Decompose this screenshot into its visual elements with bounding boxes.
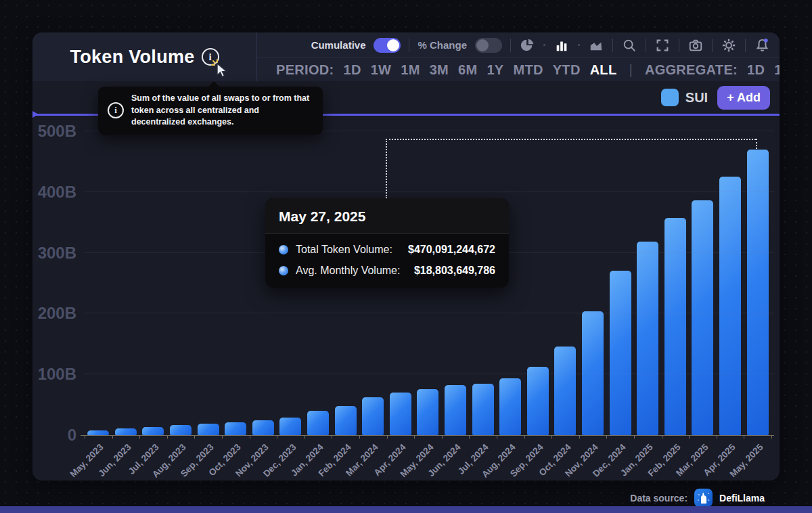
aggregate-group: AGGREGATE: 1D1W1M	[645, 62, 780, 78]
bar-jun-2023[interactable]	[115, 428, 137, 435]
bar-slot	[717, 131, 744, 435]
period-option-3m[interactable]: 3M	[430, 62, 449, 78]
tooltip-row-value: $470,091,244,672	[408, 244, 495, 256]
period-option-1d[interactable]: 1D	[343, 62, 361, 78]
y-axis-tick-label: 400B	[38, 183, 76, 202]
crosshair-line	[756, 139, 757, 149]
aggregate-option-1d[interactable]: 1D	[747, 62, 765, 78]
cumulative-toggle-label: Cumulative	[311, 39, 366, 51]
bar-slot	[85, 131, 112, 435]
defillama-brand: DefiLlama	[719, 493, 765, 504]
info-tooltip-text: Sum of the value of all swaps to or from…	[131, 93, 313, 129]
bar-feb-2025[interactable]	[664, 218, 686, 435]
bar-aug-2023[interactable]	[170, 425, 191, 435]
notifications-icon[interactable]	[754, 37, 770, 53]
bar-oct-2023[interactable]	[225, 422, 246, 435]
bar-jul-2023[interactable]	[142, 427, 164, 435]
chart-tooltip: May 27, 2025 Total Token Volume:$470,091…	[265, 198, 509, 288]
search-icon[interactable]	[621, 37, 637, 53]
info-icon: i	[108, 102, 124, 118]
bar-slot	[112, 131, 140, 435]
bar-may-2025[interactable]	[747, 150, 769, 435]
fullscreen-icon[interactable]	[654, 37, 671, 53]
period-option-6m[interactable]: 6M	[458, 62, 477, 78]
y-axis-tick-label: 500B	[38, 122, 76, 141]
bar-mar-2024[interactable]	[362, 397, 384, 435]
bar-apr-2024[interactable]	[390, 393, 411, 435]
divider	[510, 39, 511, 52]
x-axis-tick	[222, 435, 223, 439]
sui-label: SUI	[685, 90, 708, 106]
period-option-mtd[interactable]: MTD	[513, 62, 543, 78]
x-axis-tick	[139, 435, 140, 439]
x-axis-tick	[112, 435, 113, 439]
aggregate-options: 1D1W1M	[747, 62, 780, 78]
header: Token Volume i Cumulative % Change	[32, 32, 780, 81]
percent-change-toggle[interactable]	[475, 38, 502, 53]
bar-may-2023[interactable]	[87, 430, 109, 435]
area-chart-icon[interactable]	[588, 37, 604, 53]
x-axis-line	[81, 435, 774, 436]
tooltip-row-label: Total Token Volume:	[296, 244, 392, 256]
x-axis-tick	[85, 435, 85, 439]
period-option-1m[interactable]: 1M	[401, 62, 420, 78]
aggregate-option-1w[interactable]: 1W	[774, 62, 780, 78]
bar-slot	[689, 131, 717, 435]
bar-jul-2024[interactable]	[472, 384, 494, 435]
bar-slot	[661, 131, 689, 435]
add-token-button[interactable]: + Add	[717, 86, 770, 110]
aggregate-label: AGGREGATE:	[645, 62, 738, 78]
bar-feb-2024[interactable]	[335, 406, 357, 435]
bar-jan-2024[interactable]	[307, 411, 329, 435]
x-axis-tick	[277, 435, 277, 439]
period-option-1y[interactable]: 1Y	[487, 62, 503, 78]
divider	[679, 39, 679, 52]
bar-sep-2024[interactable]	[527, 367, 549, 435]
bar-dec-2023[interactable]	[279, 418, 301, 435]
divider	[409, 39, 409, 52]
bar-apr-2025[interactable]	[719, 177, 741, 435]
y-axis-tick-label: 300B	[38, 244, 76, 263]
bar-jan-2025[interactable]	[637, 242, 658, 435]
camera-icon[interactable]	[687, 37, 704, 53]
series-bullet-icon	[279, 245, 288, 254]
period-option-1w[interactable]: 1W	[371, 62, 392, 78]
gridline	[85, 192, 774, 192]
x-axis-tick	[634, 435, 635, 439]
bar-may-2024[interactable]	[417, 389, 438, 435]
tooltip-row: Total Token Volume:$470,091,244,672	[279, 244, 495, 256]
y-axis-tick-label: 200B	[38, 304, 76, 323]
bar-oct-2024[interactable]	[554, 347, 576, 435]
period-options: 1D1W1M3M6M1YMTDYTDALL	[343, 62, 616, 78]
bar-slot	[579, 131, 607, 435]
x-axis-tick	[469, 435, 470, 439]
bar-aug-2024[interactable]	[499, 378, 521, 435]
cumulative-toggle[interactable]	[374, 38, 401, 53]
legend-item-sui[interactable]: SUI	[661, 89, 708, 106]
divider: |	[629, 62, 633, 78]
footer: Data source: DefiLlama	[630, 489, 765, 507]
bar-dec-2024[interactable]	[610, 271, 631, 435]
bar-jun-2024[interactable]	[445, 385, 466, 435]
x-axis-tick	[387, 435, 388, 439]
playhead-icon	[32, 111, 39, 118]
bar-chart-icon[interactable]	[554, 37, 570, 53]
bottom-accent-strip	[0, 506, 812, 513]
info-tooltip: i Sum of the value of all swaps to or fr…	[98, 87, 323, 135]
bar-mar-2025[interactable]	[692, 200, 713, 435]
divider	[612, 39, 613, 52]
x-axis-tick	[771, 435, 772, 439]
pie-chart-icon[interactable]	[519, 37, 535, 53]
x-axis-tick	[524, 435, 525, 439]
period-option-all[interactable]: ALL	[590, 62, 617, 78]
divider	[745, 39, 746, 52]
settings-icon[interactable]	[721, 37, 737, 53]
data-source-label: Data source:	[630, 493, 687, 504]
bar-nov-2023[interactable]	[252, 420, 274, 435]
period-option-ytd[interactable]: YTD	[553, 62, 581, 78]
sui-swatch	[661, 89, 679, 106]
tooltip-date: May 27, 2025	[265, 198, 509, 234]
bar-slot	[551, 131, 579, 435]
gridline	[85, 374, 774, 374]
bar-sep-2023[interactable]	[198, 424, 219, 435]
